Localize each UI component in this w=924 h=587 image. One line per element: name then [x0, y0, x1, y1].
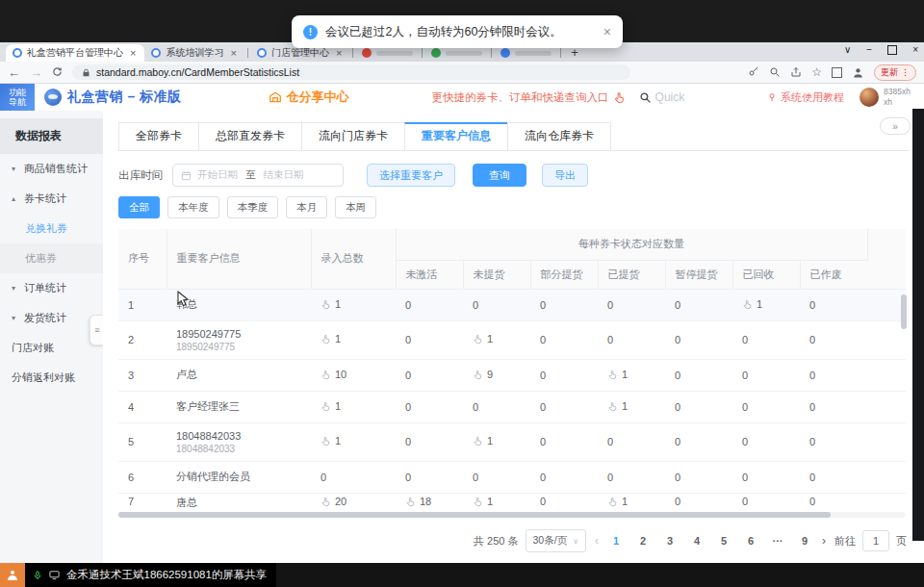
- back-icon[interactable]: ←: [8, 66, 20, 79]
- content-tab[interactable]: 流向仓库券卡: [507, 122, 611, 150]
- pointer-link-icon: [607, 370, 618, 382]
- page-number[interactable]: 9: [796, 535, 813, 547]
- horizontal-scroll-thumb[interactable]: [118, 512, 831, 518]
- quick-search[interactable]: Quick: [639, 90, 685, 104]
- value-cell[interactable]: 1: [463, 493, 530, 510]
- quick-filter-button[interactable]: 本周: [335, 196, 376, 218]
- value-cell[interactable]: 18: [396, 493, 463, 510]
- function-nav-toggle[interactable]: 功能导航: [0, 84, 35, 111]
- share-user-icon[interactable]: [0, 563, 25, 587]
- sidebar-item[interactable]: ▾商品销售统计: [0, 154, 103, 184]
- side-panel-icon[interactable]: [832, 67, 842, 78]
- page-number[interactable]: 4: [688, 535, 706, 547]
- quick-filter-button[interactable]: 全部: [118, 196, 160, 218]
- content-tab[interactable]: 全部券卡: [118, 122, 198, 150]
- sidebar-item[interactable]: ▾订单统计: [0, 273, 103, 303]
- export-button[interactable]: 导出: [542, 164, 588, 187]
- browser-tab[interactable]: 礼盒营销平台管理中心×: [6, 44, 144, 62]
- tab-close-icon[interactable]: ×: [228, 47, 238, 59]
- content-tab[interactable]: 重要客户信息: [404, 122, 507, 150]
- value-cell[interactable]: 1: [463, 320, 530, 359]
- panel-collapse-button[interactable]: »: [880, 117, 911, 135]
- tab-title-obscured: [376, 51, 413, 56]
- page-number[interactable]: 2: [634, 535, 652, 547]
- value-cell[interactable]: 1: [463, 422, 530, 461]
- screen-share-icon[interactable]: [48, 570, 61, 580]
- next-page-icon[interactable]: ›: [820, 534, 828, 548]
- address-bar[interactable]: standard.maboy.cn/CardMemberStatisticsLi…: [72, 64, 630, 80]
- tab-close-icon[interactable]: ×: [128, 47, 138, 59]
- system-tutorial-link[interactable]: 系统使用教程: [767, 90, 844, 105]
- app-body: 数据报表 ▾商品销售统计▴券卡统计兑换礼券优惠券▾订单统计▾发货统计门店对账分销…: [0, 111, 924, 563]
- microphone-icon[interactable]: [33, 570, 42, 581]
- value-cell[interactable]: 1: [732, 289, 800, 320]
- search-button[interactable]: 查询: [473, 164, 526, 187]
- zoom-icon[interactable]: [769, 66, 781, 78]
- browser-tab[interactable]: 系统培训学习×: [144, 44, 244, 62]
- value-text: 1: [335, 333, 341, 345]
- user-account[interactable]: 8385xh xh: [860, 87, 911, 107]
- value-text: 1: [335, 400, 341, 412]
- value-cell[interactable]: 1: [598, 493, 665, 510]
- value-cell: 0: [665, 493, 732, 510]
- warehouse-share-center-link[interactable]: 仓分享中心: [269, 89, 349, 106]
- value-cell[interactable]: 1: [311, 422, 396, 461]
- page-size-select[interactable]: 30条/页 ∨: [526, 529, 586, 552]
- sidebar-item[interactable]: 优惠券: [0, 243, 103, 273]
- window-close-icon[interactable]: ×: [912, 44, 918, 55]
- sidebar-item[interactable]: 分销返利对账: [0, 363, 103, 393]
- forward-icon[interactable]: →: [30, 66, 42, 79]
- window-controls: ∨ − ×: [844, 44, 918, 55]
- window-menu-icon[interactable]: ∨: [844, 44, 851, 55]
- value-cell[interactable]: 20: [311, 493, 396, 510]
- value-cell[interactable]: 1: [311, 289, 396, 320]
- value-text: 0: [405, 299, 411, 311]
- sidebar-item[interactable]: 门店对账: [0, 333, 103, 363]
- sidebar-item-label: 分销返利对账: [12, 370, 75, 385]
- end-date-placeholder: 结束日期: [264, 168, 304, 182]
- prev-page-icon[interactable]: ‹: [593, 534, 601, 548]
- content-tab[interactable]: 总部直发券卡: [198, 122, 301, 150]
- value-cell[interactable]: 1: [311, 391, 396, 422]
- user-sub: xh: [884, 97, 911, 108]
- page-number[interactable]: 5: [715, 535, 732, 547]
- toast-close-icon[interactable]: ×: [603, 24, 611, 39]
- bookmark-star-icon[interactable]: ☆: [811, 65, 822, 79]
- window-maximize-icon[interactable]: [887, 45, 897, 55]
- vertical-scrollbar[interactable]: [901, 294, 907, 329]
- quick-entry-text[interactable]: 更快捷的券卡、订单和快递查询入口: [432, 90, 626, 105]
- browser-menu-dots-icon[interactable]: ⋮: [901, 67, 910, 77]
- value-cell[interactable]: 9: [463, 359, 530, 391]
- sidebar-item[interactable]: 兑换礼券: [0, 214, 103, 243]
- quick-filter-button[interactable]: 本季度: [227, 196, 279, 218]
- col-header-filler: [867, 229, 906, 289]
- sidebar-item[interactable]: ▾发货统计: [0, 303, 103, 333]
- select-important-customer-button[interactable]: 选择重要客户: [367, 164, 455, 187]
- tab-close-icon[interactable]: ×: [334, 47, 344, 59]
- window-minimize-icon[interactable]: −: [866, 44, 872, 55]
- sidebar-collapse-handle[interactable]: ≡: [90, 315, 104, 345]
- password-key-icon[interactable]: [748, 66, 759, 78]
- browser-update-button[interactable]: 更新 ⋮: [874, 64, 916, 81]
- reload-icon[interactable]: [52, 66, 63, 79]
- col-header-status: 已提货: [598, 260, 665, 289]
- date-range-input[interactable]: 开始日期 至 结束日期: [172, 164, 344, 187]
- goto-page-input[interactable]: 1: [862, 530, 889, 551]
- content-tab[interactable]: 流向门店券卡: [301, 122, 404, 150]
- page-number[interactable]: 3: [661, 535, 679, 547]
- page-number[interactable]: 1: [607, 535, 625, 547]
- horizontal-scrollbar[interactable]: [118, 512, 906, 518]
- share-icon[interactable]: [790, 66, 802, 78]
- value-cell[interactable]: 1: [598, 359, 665, 391]
- profile-icon[interactable]: [852, 66, 864, 79]
- tab-divider: [247, 48, 248, 58]
- value-cell[interactable]: 1: [598, 391, 665, 422]
- value-cell[interactable]: 1: [311, 320, 396, 359]
- page-number[interactable]: 6: [742, 535, 759, 547]
- value-cell[interactable]: 10: [311, 359, 396, 391]
- quick-filter-button[interactable]: 本月: [286, 196, 327, 218]
- customer-cell: 分销代理的会员: [167, 461, 311, 493]
- quick-filter-button[interactable]: 本年度: [167, 196, 219, 218]
- value-cell: 0: [463, 391, 530, 422]
- sidebar-item[interactable]: ▴券卡统计: [0, 184, 103, 214]
